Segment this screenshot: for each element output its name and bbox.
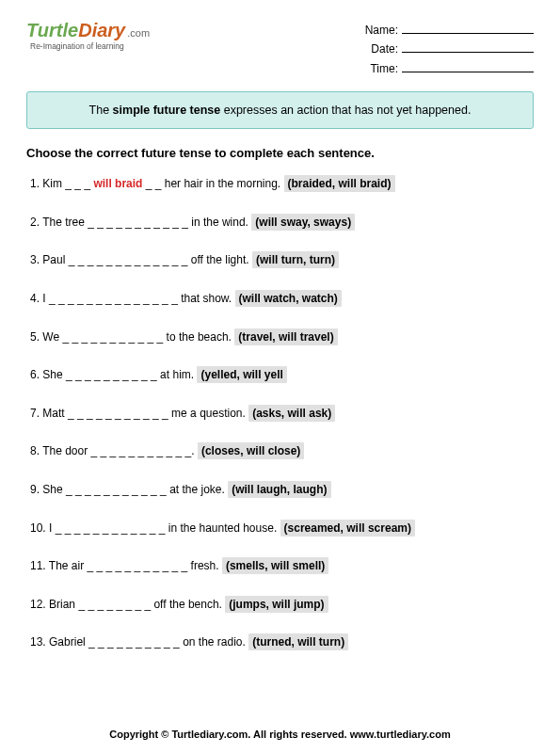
footer-copyright: Copyright © Turtlediary.com. All rights …	[0, 729, 560, 740]
question-7: 7. Matt _ _ _ _ _ _ _ _ _ _ _ me a quest…	[30, 407, 534, 422]
logo-dotcom: .com	[127, 27, 150, 39]
info-post: expresses an action that has not yet hap…	[224, 104, 472, 117]
student-fields: Name: Date: Time:	[365, 21, 534, 78]
choices-6: (yelled, will yell	[197, 366, 286, 383]
choices-13: (turned, will turn)	[248, 633, 348, 650]
time-input-line[interactable]	[402, 72, 534, 72]
time-label: Time:	[370, 62, 398, 75]
choices-1: (braided, will braid)	[284, 175, 395, 192]
question-10: 10. I _ _ _ _ _ _ _ _ _ _ _ _ in the hau…	[30, 521, 534, 537]
choices-12: (jumps, will jump)	[225, 596, 328, 613]
info-pre: The	[89, 104, 113, 117]
question-3: 3. Paul _ _ _ _ _ _ _ _ _ _ _ _ _ off th…	[30, 253, 534, 268]
choices-9: (will laugh, laugh)	[228, 481, 330, 498]
name-input-line[interactable]	[402, 33, 534, 34]
choices-8: (closes, will close)	[198, 442, 304, 459]
info-box: The simple future tense expresses an act…	[26, 91, 534, 129]
question-1: 1. Kim _ _ _ will braid _ _ her hair in …	[30, 177, 534, 192]
choices-4: (will watch, watch)	[235, 290, 342, 307]
choices-5: (travel, will travel)	[234, 328, 337, 345]
date-input-line[interactable]	[402, 52, 534, 53]
logo-word-2: Diary	[78, 20, 125, 40]
question-11: 11. The air _ _ _ _ _ _ _ _ _ _ _ fresh.…	[30, 559, 534, 574]
logo-word-1: Turtle	[26, 20, 78, 40]
question-6: 6. She _ _ _ _ _ _ _ _ _ _ at him. (yell…	[30, 368, 534, 383]
info-bold: simple future tense	[113, 104, 221, 117]
question-list: 1. Kim _ _ _ will braid _ _ her hair in …	[26, 177, 534, 650]
choices-10: (screamed, will scream)	[280, 520, 415, 537]
question-5: 5. We _ _ _ _ _ _ _ _ _ _ _ to the beach…	[30, 330, 534, 345]
name-label: Name:	[365, 24, 398, 37]
choices-7: (asks, will ask)	[248, 405, 335, 422]
question-4: 4. I _ _ _ _ _ _ _ _ _ _ _ _ _ _ that sh…	[30, 292, 534, 307]
instruction: Choose the correct future tense to compl…	[26, 146, 534, 160]
question-2: 2. The tree _ _ _ _ _ _ _ _ _ _ _ in the…	[30, 216, 534, 231]
question-9: 9. She _ _ _ _ _ _ _ _ _ _ _ at the joke…	[30, 483, 534, 498]
choices-11: (smells, will smell)	[222, 557, 328, 574]
answer-1: will braid	[93, 177, 142, 190]
choices-2: (will sway, sways)	[251, 214, 355, 231]
question-13: 13. Gabriel _ _ _ _ _ _ _ _ _ _ on the r…	[30, 635, 534, 650]
choices-3: (will turn, turn)	[252, 251, 339, 268]
question-8: 8. The door _ _ _ _ _ _ _ _ _ _ _. (clos…	[30, 444, 534, 459]
logo: TurtleDiary.com Re-Imagination of learni…	[26, 21, 150, 51]
question-12: 12. Brian _ _ _ _ _ _ _ _ off the bench.…	[30, 598, 534, 613]
date-label: Date:	[371, 42, 398, 56]
logo-tagline: Re-Imagination of learning	[30, 41, 150, 51]
